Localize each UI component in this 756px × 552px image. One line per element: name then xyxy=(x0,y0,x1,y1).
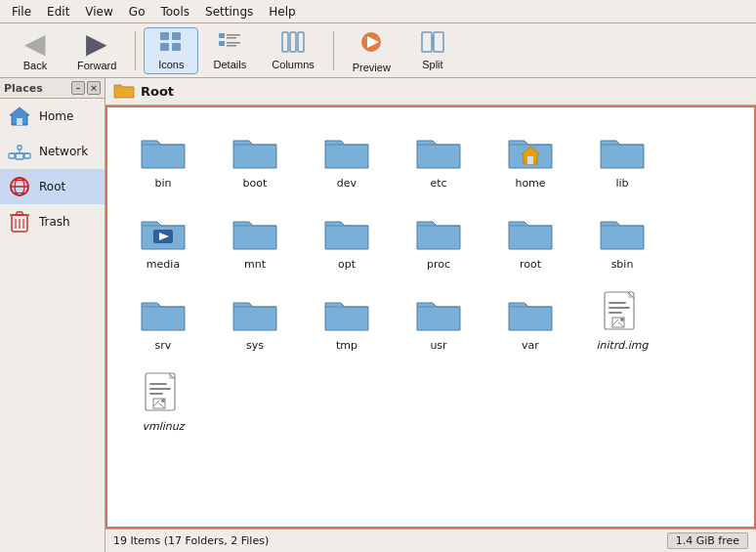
details-button[interactable]: Details xyxy=(202,27,257,74)
svg-rect-9 xyxy=(227,45,236,47)
menu-file[interactable]: File xyxy=(4,3,39,21)
svg-rect-11 xyxy=(290,32,296,52)
file-item-boot[interactable]: boot xyxy=(211,119,299,196)
file-icon-initrd.img xyxy=(599,288,646,335)
file-item-tmp[interactable]: tmp xyxy=(303,281,391,359)
svg-rect-12 xyxy=(298,32,304,52)
svg-rect-10 xyxy=(282,32,288,52)
file-item-sbin[interactable]: sbin xyxy=(578,200,666,277)
sidebar-item-home[interactable]: Home xyxy=(0,99,105,134)
file-icon-vmlinuz xyxy=(140,369,187,416)
items-count: 19 Items (17 Folders, 2 Files) xyxy=(113,534,269,547)
statusbar: 19 Items (17 Folders, 2 Files) 1.4 GiB f… xyxy=(105,529,756,552)
file-label-sbin: sbin xyxy=(611,258,634,271)
menu-view[interactable]: View xyxy=(77,3,120,21)
file-item-srv[interactable]: srv xyxy=(119,281,207,359)
sidebar-close-button[interactable]: × xyxy=(87,81,101,95)
svg-rect-16 xyxy=(434,32,443,52)
file-icon-mnt xyxy=(231,207,278,254)
svg-rect-6 xyxy=(227,37,236,39)
svg-rect-5 xyxy=(227,34,240,36)
file-icon-tmp xyxy=(323,288,370,335)
file-item-dev[interactable]: dev xyxy=(303,119,391,196)
menu-edit[interactable]: Edit xyxy=(39,3,77,21)
file-item-initrd.img[interactable]: initrd.img xyxy=(578,281,666,359)
split-button[interactable]: Split xyxy=(405,27,460,74)
file-icon-root xyxy=(507,207,554,254)
file-item-sys[interactable]: sys xyxy=(211,281,299,359)
file-label-sys: sys xyxy=(246,339,264,352)
trash-label: Trash xyxy=(39,215,70,229)
svg-rect-39 xyxy=(527,156,533,164)
location-title: Root xyxy=(141,84,174,99)
content-area: Root bin boot dev etc home lib xyxy=(105,78,756,552)
file-item-lib[interactable]: lib xyxy=(578,119,666,196)
svg-rect-7 xyxy=(219,41,225,46)
menu-tools[interactable]: Tools xyxy=(152,3,197,21)
file-label-root: root xyxy=(520,258,541,271)
file-item-etc[interactable]: etc xyxy=(395,119,483,196)
svg-rect-34 xyxy=(17,212,22,215)
preview-icon xyxy=(357,28,385,60)
menu-settings[interactable]: Settings xyxy=(197,3,261,21)
file-item-opt[interactable]: opt xyxy=(303,200,391,277)
location-bar: Root xyxy=(105,78,756,106)
file-item-root[interactable]: root xyxy=(486,200,574,277)
sidebar-header: Places – × xyxy=(0,78,105,99)
free-space: 1.4 GiB free xyxy=(667,532,748,549)
root-label: Root xyxy=(39,180,65,193)
svg-rect-0 xyxy=(160,32,169,40)
icons-button[interactable]: Icons xyxy=(144,27,198,74)
file-icon-lib xyxy=(599,126,646,173)
file-icon-sys xyxy=(231,288,278,335)
sidebar-item-trash[interactable]: Trash xyxy=(0,204,105,239)
menu-go[interactable]: Go xyxy=(121,3,153,21)
back-button[interactable]: ◀ Back xyxy=(8,27,63,74)
file-label-usr: usr xyxy=(430,339,446,352)
file-item-usr[interactable]: usr xyxy=(395,281,483,359)
home-label: Home xyxy=(39,109,73,123)
file-label-srv: srv xyxy=(155,339,172,352)
split-icon xyxy=(421,31,444,57)
file-item-media[interactable]: media xyxy=(119,200,207,277)
svg-rect-8 xyxy=(227,42,240,44)
file-label-dev: dev xyxy=(337,177,357,190)
forward-button[interactable]: ▶ Forward xyxy=(66,27,127,74)
svg-rect-57 xyxy=(149,393,163,395)
svg-rect-45 xyxy=(609,302,626,304)
sidebar-header-buttons: – × xyxy=(71,81,101,95)
file-label-mnt: mnt xyxy=(244,258,266,271)
preview-button[interactable]: Preview xyxy=(342,27,401,74)
file-item-vmlinuz[interactable]: vmlinuz xyxy=(119,362,207,440)
file-icon-media xyxy=(140,207,187,254)
file-icon-sbin xyxy=(599,207,646,254)
menu-help[interactable]: Help xyxy=(261,3,303,21)
file-label-initrd.img: initrd.img xyxy=(597,339,649,352)
file-icon-home xyxy=(507,126,554,173)
file-icon-srv xyxy=(140,288,187,335)
sidebar-item-root[interactable]: Root xyxy=(0,169,105,204)
file-label-opt: opt xyxy=(338,258,356,271)
svg-rect-1 xyxy=(172,32,181,40)
file-item-var[interactable]: var xyxy=(486,281,574,359)
forward-icon: ▶ xyxy=(86,30,107,58)
file-label-boot: boot xyxy=(243,177,268,190)
file-icon-etc xyxy=(415,126,462,173)
svg-point-61 xyxy=(161,399,165,403)
file-icon-usr xyxy=(415,288,462,335)
file-item-proc[interactable]: proc xyxy=(395,200,483,277)
columns-button[interactable]: Columns xyxy=(261,27,324,74)
main-layout: Places – × Home xyxy=(0,78,756,552)
file-label-home: home xyxy=(515,177,545,190)
file-icon-var xyxy=(507,288,554,335)
menubar: File Edit View Go Tools Settings Help xyxy=(0,0,756,23)
sidebar-item-network[interactable]: Network xyxy=(0,134,105,169)
svg-rect-4 xyxy=(219,33,225,38)
svg-rect-56 xyxy=(149,388,171,390)
back-icon: ◀ xyxy=(24,30,46,58)
file-item-bin[interactable]: bin xyxy=(119,119,207,196)
file-label-var: var xyxy=(522,339,539,352)
sidebar-minimize-button[interactable]: – xyxy=(71,81,85,95)
file-item-home[interactable]: home xyxy=(486,119,574,196)
file-item-mnt[interactable]: mnt xyxy=(211,200,299,277)
